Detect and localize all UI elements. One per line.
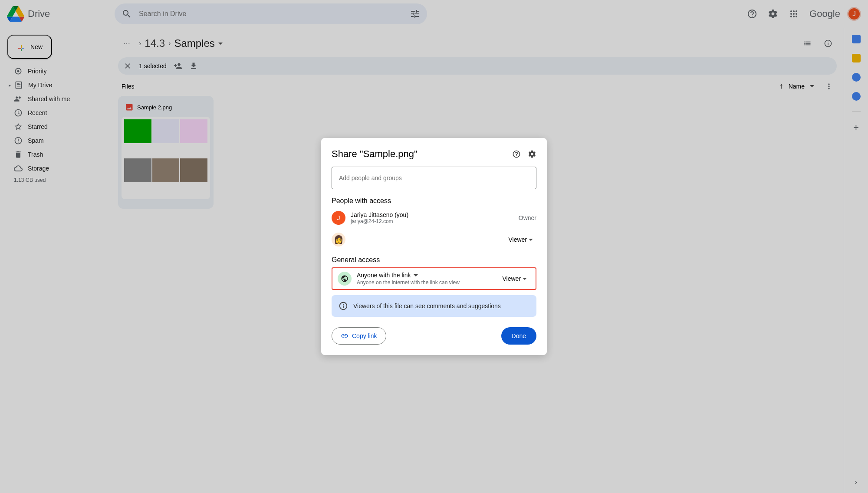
chevron-down-icon xyxy=(414,274,418,276)
gear-icon[interactable] xyxy=(528,150,536,158)
add-people-input[interactable] xyxy=(332,167,536,189)
owner-email: jariya@24-12.com xyxy=(351,218,513,224)
modal-title: Share "Sample.png" xyxy=(332,148,512,160)
owner-name: Jariya Jittaseno (you) xyxy=(351,211,513,218)
help-icon[interactable] xyxy=(512,150,521,158)
link-role-dropdown[interactable]: Viewer xyxy=(499,273,530,284)
chevron-down-icon xyxy=(523,278,527,280)
share-modal: Share "Sample.png" People with access J … xyxy=(321,138,547,355)
done-button[interactable]: Done xyxy=(501,327,536,345)
link-icon xyxy=(341,332,349,340)
viewer-avatar: 👩 xyxy=(332,233,345,246)
link-access-sub: Anyone on the internet with the link can… xyxy=(357,279,493,286)
general-access-row: Anyone with the link Anyone on the inter… xyxy=(332,267,536,290)
link-access-dropdown[interactable]: Anyone with the link xyxy=(357,272,493,279)
owner-avatar: J xyxy=(332,211,345,225)
info-icon xyxy=(339,301,348,311)
viewer-row: 👩 Viewer xyxy=(332,231,536,248)
chevron-down-icon xyxy=(529,239,533,241)
owner-role: Owner xyxy=(519,214,536,221)
people-access-title: People with access xyxy=(332,197,536,205)
info-bar: Viewers of this file can see comments an… xyxy=(332,295,536,317)
globe-badge xyxy=(338,272,352,286)
globe-icon xyxy=(341,275,349,283)
viewer-role-dropdown[interactable]: Viewer xyxy=(505,234,536,245)
general-access-title: General access xyxy=(332,256,536,264)
info-text: Viewers of this file can see comments an… xyxy=(353,302,501,309)
copy-link-button[interactable]: Copy link xyxy=(332,327,386,345)
owner-row: J Jariya Jittaseno (you) jariya@24-12.co… xyxy=(332,209,536,227)
